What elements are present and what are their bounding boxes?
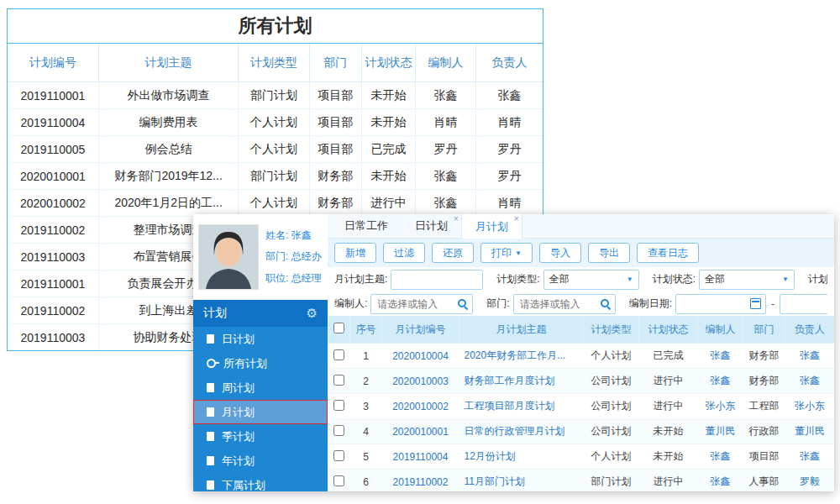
row-checkbox[interactable] — [333, 425, 344, 436]
row-checkbox[interactable] — [333, 475, 344, 486]
table-cell: 2019110004 — [8, 109, 98, 136]
table-row[interactable]: 120200100042020年财务部工作月...个人计划已完成张鑫财务部张鑫 — [328, 344, 835, 369]
sidebar-item-all-plans[interactable]: 所有计划 — [193, 351, 328, 375]
compiler-filter-input[interactable] — [375, 297, 458, 311]
table-cell: 编制费用表 — [98, 109, 239, 136]
plan-table-body: 120200100042020年财务部工作月...个人计划已完成张鑫财务部张鑫2… — [328, 344, 835, 492]
cell-plan-topic[interactable]: 11月部门计划 — [459, 470, 584, 492]
table-cell: 外出做市场调查 — [98, 82, 239, 109]
cell-owner[interactable]: 罗毅 — [785, 470, 835, 492]
cell-dept: 人事部 — [743, 470, 785, 492]
table-row[interactable]: 2020010001财务部门2019年12...部门计划财务部未开始张鑫罗丹 — [8, 163, 543, 190]
gear-icon[interactable]: ⚙ — [307, 306, 318, 321]
table-cell: 罗丹 — [476, 136, 543, 163]
table-row[interactable]: 5201911000412月份计划个人计划未开始张鑫项目部张鑫 — [328, 444, 835, 470]
cell-compiler[interactable]: 张鑫 — [698, 470, 743, 492]
tab-daily-plan[interactable]: 日计划× — [402, 214, 461, 238]
add-button[interactable]: 新增 — [334, 243, 376, 263]
cell-no: 1 — [350, 344, 382, 369]
column-header: 序号 — [350, 316, 382, 344]
profile-photo — [198, 224, 259, 290]
status-filter-label: 计划状态: — [653, 272, 696, 286]
dept-filter-label: 部门: — [486, 297, 509, 311]
cell-owner[interactable]: 董川民 — [785, 419, 835, 444]
search-icon[interactable] — [601, 299, 611, 309]
cell-plan-number[interactable]: 2020010003 — [382, 369, 459, 394]
table-row[interactable]: 22020010003财务部工作月度计划公司计划进行中张鑫财务部张鑫 — [328, 369, 835, 394]
table-row[interactable]: 6201911000211月部门计划部门计划进行中张鑫人事部罗毅 — [328, 470, 835, 492]
status-filter-select[interactable]: 全部 ▼ — [699, 270, 795, 290]
table-cell: 个人计划 — [239, 190, 309, 217]
cell-owner[interactable]: 张鑫 — [785, 344, 835, 369]
print-button[interactable]: 打印▼ — [480, 243, 533, 263]
table-cell: 罗丹 — [476, 163, 543, 190]
table-row[interactable]: 2019110004编制费用表个人计划项目部未开始肖晴肖晴 — [8, 109, 543, 136]
cell-plan-number[interactable]: 2019110002 — [382, 470, 459, 492]
topic-filter-input[interactable] — [391, 270, 483, 290]
table-cell: 2020年1月2日的工... — [98, 190, 239, 217]
cell-owner[interactable]: 张鑫 — [785, 369, 835, 394]
table-row[interactable]: 42020010001日常的行政管理月计划公司计划未开始董川民行政部董川民 — [328, 419, 835, 444]
select-all-header — [328, 316, 350, 344]
calendar-icon[interactable] — [750, 298, 761, 309]
select-all-checkbox[interactable] — [333, 323, 344, 333]
table-row[interactable]: 32020010002工程项目部月度计划公司计划进行中张小东工程部张小东 — [328, 394, 835, 419]
cell-no: 4 — [350, 419, 382, 444]
row-checkbox[interactable] — [333, 349, 344, 360]
profile-card: 姓名: 张鑫 部门: 总经办 职位: 总经理 — [193, 214, 328, 300]
cell-owner[interactable]: 张鑫 — [785, 444, 835, 470]
search-icon[interactable] — [458, 299, 468, 309]
cell-compiler[interactable]: 张鑫 — [698, 344, 743, 369]
close-icon[interactable]: × — [454, 214, 459, 223]
plan-date-filter-label: 计划日期: — [808, 272, 827, 286]
sidebar-item-quarterly-plan[interactable]: 季计划 — [193, 424, 328, 449]
cell-owner[interactable]: 张小东 — [785, 394, 835, 419]
cell-plan-topic[interactable]: 财务部工作月度计划 — [459, 369, 584, 394]
tab-monthly-plan[interactable]: 月计划× — [461, 214, 522, 239]
cell-compiler[interactable]: 董川民 — [698, 419, 743, 444]
table-cell: 2019110003 — [8, 324, 98, 351]
all-plans-header-row: 计划编号计划主题计划类型部门计划状态编制人负责人 — [8, 44, 543, 82]
sidebar-item-weekly-plan[interactable]: 周计划 — [193, 375, 328, 400]
table-row[interactable]: 2019110001外出做市场调查部门计划项目部未开始张鑫张鑫 — [8, 82, 543, 109]
sidebar-item-subordinate-plans[interactable]: 下属计划 — [193, 473, 328, 491]
cell-compiler[interactable]: 张小东 — [698, 394, 743, 419]
cell-compiler[interactable]: 张鑫 — [698, 369, 743, 394]
cell-compiler[interactable]: 张鑫 — [698, 444, 743, 470]
export-button[interactable]: 导出 — [588, 243, 630, 263]
sidebar-item-daily-plan[interactable]: 日计划 — [193, 327, 328, 351]
cell-plan-number[interactable]: 2020010004 — [382, 344, 459, 369]
table-cell: 2019110005 — [8, 136, 98, 163]
sidebar-item-label: 季计划 — [222, 429, 255, 444]
sidebar-item-monthly-plan[interactable]: 月计划 — [193, 400, 328, 424]
table-cell: 项目部 — [309, 82, 361, 109]
cell-plan-topic[interactable]: 12月份计划 — [459, 444, 584, 470]
cell-plan-number[interactable]: 2020010001 — [382, 419, 459, 444]
restore-button[interactable]: 还原 — [432, 243, 474, 263]
type-filter-label: 计划类型: — [496, 272, 539, 286]
cell-plan-type: 个人计划 — [584, 444, 639, 470]
tab-daily-work[interactable]: 日常工作 — [331, 214, 402, 238]
cell-plan-topic[interactable]: 日常的行政管理月计划 — [459, 419, 584, 444]
row-checkbox[interactable] — [333, 375, 344, 386]
view-logs-button[interactable]: 查看日志 — [637, 243, 699, 263]
table-cell: 张鑫 — [415, 82, 475, 109]
type-filter-select[interactable]: 全部 ▼ — [543, 270, 639, 290]
compile-date-start-input[interactable] — [680, 297, 750, 311]
import-button[interactable]: 导入 — [539, 243, 581, 263]
row-checkbox[interactable] — [333, 400, 344, 411]
table-row[interactable]: 2019110005例会总结个人计划项目部已完成罗丹罗丹 — [8, 136, 543, 163]
table-row[interactable]: 20200100022020年1月2日的工...个人计划财务部进行中张鑫肖晴 — [8, 190, 543, 217]
cell-plan-number[interactable]: 2019110004 — [382, 444, 459, 470]
column-header: 部门 — [743, 316, 785, 344]
close-icon[interactable]: × — [514, 214, 519, 223]
column-header: 月计划主题 — [459, 316, 584, 344]
cell-plan-topic[interactable]: 2020年财务部工作月... — [459, 344, 584, 369]
row-checkbox[interactable] — [333, 450, 344, 461]
dept-filter-input[interactable] — [518, 297, 601, 311]
sidebar-item-annual-plan[interactable]: 年计划 — [193, 449, 328, 473]
filter-button[interactable]: 过滤 — [383, 243, 425, 263]
cell-plan-number[interactable]: 2020010002 — [382, 394, 459, 419]
compile-date-end-input[interactable] — [785, 297, 827, 311]
cell-plan-topic[interactable]: 工程项目部月度计划 — [459, 394, 584, 419]
